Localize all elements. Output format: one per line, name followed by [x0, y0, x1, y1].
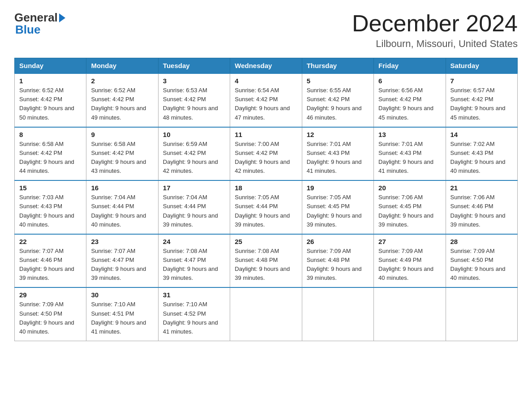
calendar-body: 1 Sunrise: 6:52 AMSunset: 4:42 PMDayligh…	[15, 73, 518, 341]
day-info: Sunrise: 7:01 AMSunset: 4:43 PMDaylight:…	[378, 141, 433, 174]
column-header-tuesday: Tuesday	[158, 58, 230, 74]
day-info: Sunrise: 6:58 AMSunset: 4:42 PMDaylight:…	[91, 141, 146, 174]
day-info: Sunrise: 7:09 AMSunset: 4:49 PMDaylight:…	[378, 248, 433, 281]
day-info: Sunrise: 7:02 AMSunset: 4:43 PMDaylight:…	[450, 141, 506, 174]
day-info: Sunrise: 7:06 AMSunset: 4:46 PMDaylight:…	[450, 194, 506, 227]
day-info: Sunrise: 6:58 AMSunset: 4:42 PMDaylight:…	[19, 141, 74, 174]
logo-blue-text: Blue	[15, 23, 40, 37]
day-info: Sunrise: 7:10 AMSunset: 4:51 PMDaylight:…	[91, 301, 146, 334]
calendar-cell: 17 Sunrise: 7:04 AMSunset: 4:44 PMDaylig…	[158, 180, 230, 234]
calendar-week-row: 8 Sunrise: 6:58 AMSunset: 4:42 PMDayligh…	[15, 127, 518, 181]
calendar-cell: 7 Sunrise: 6:57 AMSunset: 4:42 PMDayligh…	[446, 73, 517, 127]
day-info: Sunrise: 6:56 AMSunset: 4:42 PMDaylight:…	[378, 87, 433, 120]
day-number: 3	[163, 77, 225, 85]
calendar-cell: 10 Sunrise: 6:59 AMSunset: 4:42 PMDaylig…	[158, 127, 230, 181]
day-number: 6	[378, 77, 441, 85]
column-header-sunday: Sunday	[15, 58, 86, 74]
column-header-wednesday: Wednesday	[230, 58, 302, 74]
day-info: Sunrise: 6:59 AMSunset: 4:42 PMDaylight:…	[163, 141, 218, 174]
column-header-monday: Monday	[86, 58, 158, 74]
calendar-cell: 3 Sunrise: 6:53 AMSunset: 4:42 PMDayligh…	[158, 73, 230, 127]
calendar-cell: 9 Sunrise: 6:58 AMSunset: 4:42 PMDayligh…	[86, 127, 158, 181]
column-header-thursday: Thursday	[302, 58, 373, 74]
calendar-cell: 21 Sunrise: 7:06 AMSunset: 4:46 PMDaylig…	[446, 180, 517, 234]
calendar-cell: 18 Sunrise: 7:05 AMSunset: 4:44 PMDaylig…	[230, 180, 302, 234]
calendar-cell: 1 Sunrise: 6:52 AMSunset: 4:42 PMDayligh…	[15, 73, 86, 127]
calendar-cell	[374, 287, 446, 341]
calendar-cell	[230, 287, 302, 341]
day-number: 23	[91, 238, 153, 245]
calendar-cell: 22 Sunrise: 7:07 AMSunset: 4:46 PMDaylig…	[15, 234, 86, 288]
day-number: 31	[163, 291, 225, 299]
day-number: 15	[19, 184, 82, 192]
calendar-cell: 25 Sunrise: 7:08 AMSunset: 4:48 PMDaylig…	[230, 234, 302, 288]
day-number: 8	[19, 131, 82, 138]
column-header-friday: Friday	[374, 58, 446, 74]
day-number: 29	[19, 291, 82, 299]
day-info: Sunrise: 6:53 AMSunset: 4:42 PMDaylight:…	[163, 87, 218, 120]
day-number: 22	[19, 238, 82, 245]
logo: General Blue	[14, 11, 67, 37]
day-number: 11	[235, 131, 297, 138]
logo-arrow-icon	[59, 13, 65, 22]
day-number: 30	[91, 291, 153, 299]
day-number: 14	[450, 131, 513, 138]
calendar-cell: 11 Sunrise: 7:00 AMSunset: 4:42 PMDaylig…	[230, 127, 302, 181]
calendar-cell: 16 Sunrise: 7:04 AMSunset: 4:44 PMDaylig…	[86, 180, 158, 234]
day-info: Sunrise: 6:52 AMSunset: 4:42 PMDaylight:…	[19, 87, 74, 120]
calendar-week-row: 29 Sunrise: 7:09 AMSunset: 4:50 PMDaylig…	[15, 287, 518, 341]
calendar-cell: 15 Sunrise: 7:03 AMSunset: 4:43 PMDaylig…	[15, 180, 86, 234]
calendar-cell: 27 Sunrise: 7:09 AMSunset: 4:49 PMDaylig…	[374, 234, 446, 288]
page-header: General Blue December 2024 Lilbourn, Mis…	[14, 11, 518, 50]
day-info: Sunrise: 7:04 AMSunset: 4:44 PMDaylight:…	[91, 194, 146, 227]
calendar-cell: 19 Sunrise: 7:05 AMSunset: 4:45 PMDaylig…	[302, 180, 373, 234]
title-block: December 2024 Lilbourn, Missouri, United…	[352, 11, 518, 50]
day-info: Sunrise: 7:07 AMSunset: 4:46 PMDaylight:…	[19, 248, 74, 281]
location-subtitle: Lilbourn, Missouri, United States	[352, 38, 518, 50]
day-info: Sunrise: 7:04 AMSunset: 4:44 PMDaylight:…	[163, 194, 218, 227]
day-number: 17	[163, 184, 225, 192]
calendar-cell: 24 Sunrise: 7:08 AMSunset: 4:47 PMDaylig…	[158, 234, 230, 288]
calendar-cell: 2 Sunrise: 6:52 AMSunset: 4:42 PMDayligh…	[86, 73, 158, 127]
calendar-cell	[446, 287, 517, 341]
day-info: Sunrise: 7:09 AMSunset: 4:48 PMDaylight:…	[307, 248, 362, 281]
calendar-cell: 20 Sunrise: 7:06 AMSunset: 4:45 PMDaylig…	[374, 180, 446, 234]
day-number: 9	[91, 131, 153, 138]
day-number: 27	[378, 238, 441, 245]
day-info: Sunrise: 7:05 AMSunset: 4:44 PMDaylight:…	[235, 194, 290, 227]
calendar-table: SundayMondayTuesdayWednesdayThursdayFrid…	[14, 58, 518, 341]
day-number: 26	[307, 238, 369, 245]
day-info: Sunrise: 7:08 AMSunset: 4:47 PMDaylight:…	[163, 248, 218, 281]
calendar-week-row: 22 Sunrise: 7:07 AMSunset: 4:46 PMDaylig…	[15, 234, 518, 288]
column-header-saturday: Saturday	[446, 58, 517, 74]
calendar-cell	[302, 287, 373, 341]
calendar-cell: 12 Sunrise: 7:01 AMSunset: 4:43 PMDaylig…	[302, 127, 373, 181]
month-title: December 2024	[352, 11, 518, 36]
day-info: Sunrise: 7:10 AMSunset: 4:52 PMDaylight:…	[163, 301, 218, 334]
calendar-cell: 29 Sunrise: 7:09 AMSunset: 4:50 PMDaylig…	[15, 287, 86, 341]
day-info: Sunrise: 7:01 AMSunset: 4:43 PMDaylight:…	[307, 141, 362, 174]
calendar-cell: 6 Sunrise: 6:56 AMSunset: 4:42 PMDayligh…	[374, 73, 446, 127]
day-number: 19	[307, 184, 369, 192]
calendar-week-row: 15 Sunrise: 7:03 AMSunset: 4:43 PMDaylig…	[15, 180, 518, 234]
calendar-cell: 23 Sunrise: 7:07 AMSunset: 4:47 PMDaylig…	[86, 234, 158, 288]
calendar-cell: 4 Sunrise: 6:54 AMSunset: 4:42 PMDayligh…	[230, 73, 302, 127]
calendar-cell: 5 Sunrise: 6:55 AMSunset: 4:42 PMDayligh…	[302, 73, 373, 127]
day-number: 1	[19, 77, 82, 85]
day-info: Sunrise: 7:03 AMSunset: 4:43 PMDaylight:…	[19, 194, 74, 227]
day-info: Sunrise: 7:09 AMSunset: 4:50 PMDaylight:…	[19, 301, 74, 334]
calendar-cell: 30 Sunrise: 7:10 AMSunset: 4:51 PMDaylig…	[86, 287, 158, 341]
day-number: 7	[450, 77, 513, 85]
calendar-week-row: 1 Sunrise: 6:52 AMSunset: 4:42 PMDayligh…	[15, 73, 518, 127]
day-number: 5	[307, 77, 369, 85]
day-info: Sunrise: 6:57 AMSunset: 4:42 PMDaylight:…	[450, 87, 506, 120]
header-row: SundayMondayTuesdayWednesdayThursdayFrid…	[15, 58, 518, 74]
day-number: 2	[91, 77, 153, 85]
day-info: Sunrise: 7:08 AMSunset: 4:48 PMDaylight:…	[235, 248, 290, 281]
day-info: Sunrise: 7:05 AMSunset: 4:45 PMDaylight:…	[307, 194, 362, 227]
calendar-cell: 26 Sunrise: 7:09 AMSunset: 4:48 PMDaylig…	[302, 234, 373, 288]
day-number: 4	[235, 77, 297, 85]
day-number: 16	[91, 184, 153, 192]
day-number: 13	[378, 131, 441, 138]
calendar-header: SundayMondayTuesdayWednesdayThursdayFrid…	[15, 58, 518, 74]
